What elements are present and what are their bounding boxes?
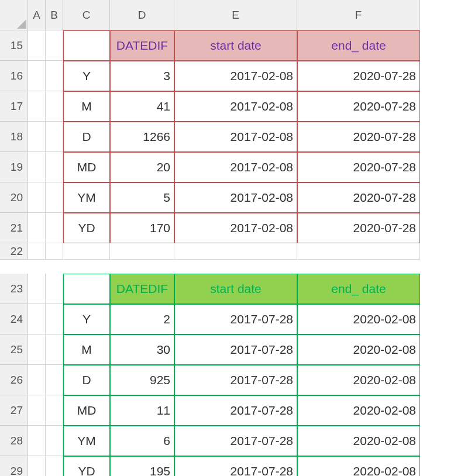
cell-A28[interactable] xyxy=(28,426,46,456)
cell-C27[interactable]: MD xyxy=(63,395,110,426)
cell-F21[interactable]: 2020-07-28 xyxy=(297,213,420,243)
cell-F17[interactable]: 2020-07-28 xyxy=(297,91,420,122)
cell-A19[interactable] xyxy=(28,152,46,182)
cell-E23[interactable]: start date xyxy=(174,274,297,304)
cell-B28[interactable] xyxy=(46,426,63,456)
cell-C29[interactable]: YD xyxy=(63,456,110,476)
cell-E28[interactable]: 2017-07-28 xyxy=(174,426,297,456)
cell-F18[interactable]: 2020-07-28 xyxy=(297,122,420,152)
cell-A24[interactable] xyxy=(28,304,46,334)
cell-D23[interactable]: DATEDIF xyxy=(110,274,174,304)
cell-D25[interactable]: 30 xyxy=(110,334,174,365)
cell-D17[interactable]: 41 xyxy=(110,91,174,122)
cell-E17[interactable]: 2017-02-08 xyxy=(174,91,297,122)
cell-C17[interactable]: M xyxy=(63,91,110,122)
cell-B27[interactable] xyxy=(46,395,63,426)
cell-F22[interactable] xyxy=(297,243,420,260)
cell-E20[interactable]: 2017-02-08 xyxy=(174,182,297,213)
cell-A22[interactable] xyxy=(28,243,46,260)
cell-A23[interactable] xyxy=(28,274,46,304)
cell-C22[interactable] xyxy=(63,243,110,260)
cell-D21[interactable]: 170 xyxy=(110,213,174,243)
cell-E25[interactable]: 2017-07-28 xyxy=(174,334,297,365)
cell-F24[interactable]: 2020-02-08 xyxy=(297,304,420,334)
cell-E27[interactable]: 2017-07-28 xyxy=(174,395,297,426)
cell-A17[interactable] xyxy=(28,91,46,122)
row-header-23[interactable]: 23 xyxy=(0,274,28,304)
cell-F16[interactable]: 2020-07-28 xyxy=(297,61,420,91)
cell-A29[interactable] xyxy=(28,456,46,476)
select-all-corner[interactable] xyxy=(0,0,28,30)
cell-E26[interactable]: 2017-07-28 xyxy=(174,365,297,395)
cell-A18[interactable] xyxy=(28,122,46,152)
cell-B26[interactable] xyxy=(46,365,63,395)
cell-C18[interactable]: D xyxy=(63,122,110,152)
spreadsheet-grid[interactable]: A B C D E F 15 DATEDIF start date end_ d… xyxy=(0,0,454,476)
cell-D26[interactable]: 925 xyxy=(110,365,174,395)
cell-F29[interactable]: 2020-02-08 xyxy=(297,456,420,476)
cell-A16[interactable] xyxy=(28,61,46,91)
cell-E29[interactable]: 2017-07-28 xyxy=(174,456,297,476)
cell-A15[interactable] xyxy=(28,30,46,61)
cell-C19[interactable]: MD xyxy=(63,152,110,182)
cell-D22[interactable] xyxy=(110,243,174,260)
cell-B15[interactable] xyxy=(46,30,63,61)
cell-A25[interactable] xyxy=(28,334,46,365)
cell-E24[interactable]: 2017-07-28 xyxy=(174,304,297,334)
col-header-A[interactable]: A xyxy=(28,0,46,30)
cell-B20[interactable] xyxy=(46,182,63,213)
col-header-B[interactable]: B xyxy=(46,0,63,30)
cell-E19[interactable]: 2017-02-08 xyxy=(174,152,297,182)
cell-B23[interactable] xyxy=(46,274,63,304)
row-header-26[interactable]: 26 xyxy=(0,365,28,395)
cell-F15[interactable]: end_ date xyxy=(297,30,420,61)
cell-C15[interactable] xyxy=(63,30,110,61)
cell-D19[interactable]: 20 xyxy=(110,152,174,182)
cell-F27[interactable]: 2020-02-08 xyxy=(297,395,420,426)
cell-F20[interactable]: 2020-07-28 xyxy=(297,182,420,213)
cell-C26[interactable]: D xyxy=(63,365,110,395)
cell-A20[interactable] xyxy=(28,182,46,213)
col-header-E[interactable]: E xyxy=(174,0,297,30)
row-header-24[interactable]: 24 xyxy=(0,304,28,334)
cell-C28[interactable]: YM xyxy=(63,426,110,456)
row-header-25[interactable]: 25 xyxy=(0,334,28,365)
cell-E21[interactable]: 2017-02-08 xyxy=(174,213,297,243)
cell-A27[interactable] xyxy=(28,395,46,426)
cell-D29[interactable]: 195 xyxy=(110,456,174,476)
cell-C23[interactable] xyxy=(63,274,110,304)
cell-D15[interactable]: DATEDIF xyxy=(110,30,174,61)
cell-B21[interactable] xyxy=(46,213,63,243)
row-header-28[interactable]: 28 xyxy=(0,426,28,456)
cell-A26[interactable] xyxy=(28,365,46,395)
row-header-20[interactable]: 20 xyxy=(0,182,28,213)
cell-C25[interactable]: M xyxy=(63,334,110,365)
cell-C21[interactable]: YD xyxy=(63,213,110,243)
cell-A21[interactable] xyxy=(28,213,46,243)
cell-D20[interactable]: 5 xyxy=(110,182,174,213)
cell-B17[interactable] xyxy=(46,91,63,122)
cell-C24[interactable]: Y xyxy=(63,304,110,334)
cell-D18[interactable]: 1266 xyxy=(110,122,174,152)
cell-E15[interactable]: start date xyxy=(174,30,297,61)
cell-F25[interactable]: 2020-02-08 xyxy=(297,334,420,365)
cell-B24[interactable] xyxy=(46,304,63,334)
row-header-18[interactable]: 18 xyxy=(0,122,28,152)
row-header-22[interactable]: 22 xyxy=(0,243,28,260)
row-header-15[interactable]: 15 xyxy=(0,30,28,61)
cell-B22[interactable] xyxy=(46,243,63,260)
cell-B19[interactable] xyxy=(46,152,63,182)
cell-B25[interactable] xyxy=(46,334,63,365)
cell-D24[interactable]: 2 xyxy=(110,304,174,334)
cell-F19[interactable]: 2020-07-28 xyxy=(297,152,420,182)
cell-D16[interactable]: 3 xyxy=(110,61,174,91)
cell-B29[interactable] xyxy=(46,456,63,476)
cell-E22[interactable] xyxy=(174,243,297,260)
cell-E18[interactable]: 2017-02-08 xyxy=(174,122,297,152)
cell-F26[interactable]: 2020-02-08 xyxy=(297,365,420,395)
cell-D27[interactable]: 11 xyxy=(110,395,174,426)
cell-C20[interactable]: YM xyxy=(63,182,110,213)
cell-B18[interactable] xyxy=(46,122,63,152)
cell-E16[interactable]: 2017-02-08 xyxy=(174,61,297,91)
cell-C16[interactable]: Y xyxy=(63,61,110,91)
